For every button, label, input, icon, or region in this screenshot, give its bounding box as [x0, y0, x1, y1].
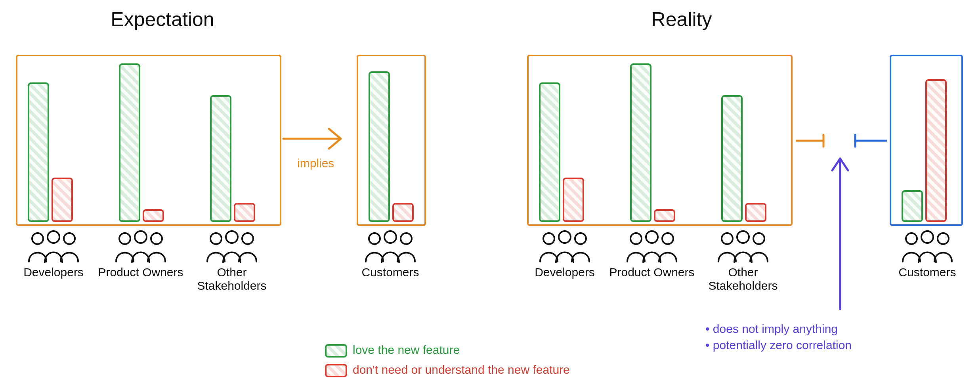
- svg-point-17: [662, 233, 673, 244]
- svg-point-5: [151, 233, 162, 244]
- svg-point-18: [722, 233, 733, 244]
- label-os-exp: Other Stakeholders: [190, 266, 273, 293]
- svg-point-3: [119, 233, 130, 244]
- svg-point-23: [938, 233, 949, 244]
- bar-exp-os-dont: [234, 203, 255, 222]
- svg-point-7: [226, 231, 238, 243]
- svg-point-0: [32, 233, 43, 244]
- bar-exp-po-dont: [143, 209, 164, 222]
- people-cust-real-icon: [896, 230, 959, 266]
- annotation-line2: • potentially zero correlation: [705, 337, 852, 354]
- legend-swatch-love-icon: [325, 344, 347, 358]
- svg-point-10: [384, 231, 396, 243]
- bar-real-cust-love: [902, 190, 923, 222]
- svg-point-4: [135, 231, 147, 243]
- legend-swatch-dont-icon: [325, 364, 347, 377]
- people-cust-exp-icon: [359, 230, 422, 266]
- bar-exp-cust-dont: [392, 203, 414, 222]
- frame-expectation-right: [357, 55, 426, 226]
- svg-point-12: [543, 233, 554, 244]
- bar-exp-os-love: [210, 95, 231, 222]
- label-cust-real: Customers: [890, 266, 965, 279]
- arrow-annotation-icon: [824, 151, 856, 317]
- label-cust-exp: Customers: [353, 266, 428, 279]
- annotation-line1: • does not imply anything: [705, 321, 852, 337]
- label-developers-exp: Developers: [16, 266, 91, 279]
- bar-real-developers-dont: [563, 178, 584, 222]
- title-expectation: Expectation: [83, 8, 242, 31]
- people-po-real-icon: [620, 230, 684, 266]
- diagram-root: Expectation implies Developers Product O…: [0, 0, 980, 392]
- label-po-real: Product Owners: [604, 266, 699, 279]
- svg-point-9: [369, 233, 380, 244]
- legend-dont: don't need or understand the new feature: [353, 363, 570, 377]
- people-os-real-icon: [711, 230, 775, 266]
- people-po-exp-icon: [109, 230, 172, 266]
- svg-point-14: [575, 233, 586, 244]
- svg-point-11: [401, 233, 412, 244]
- bar-real-po-love: [630, 63, 651, 222]
- svg-point-15: [630, 233, 642, 244]
- bar-real-os-love: [721, 95, 743, 222]
- label-os-real: Other Stakeholders: [701, 266, 785, 293]
- svg-point-8: [242, 233, 253, 244]
- svg-point-1: [48, 231, 59, 243]
- annotation-reality: • does not imply anything • potentially …: [705, 321, 852, 353]
- people-developers-real-icon: [533, 230, 596, 266]
- svg-point-2: [64, 233, 75, 244]
- label-implies: implies: [297, 157, 334, 170]
- people-developers-exp-icon: [22, 230, 85, 266]
- bar-real-po-dont: [654, 209, 675, 222]
- legend-love: love the new feature: [353, 343, 460, 357]
- label-developers-real: Developers: [527, 266, 602, 279]
- svg-point-20: [753, 233, 764, 244]
- bar-real-developers-love: [539, 82, 560, 222]
- bar-exp-po-love: [119, 63, 140, 222]
- svg-point-16: [646, 231, 658, 243]
- bar-real-os-dont: [745, 203, 766, 222]
- svg-point-6: [210, 233, 222, 244]
- label-po-exp: Product Owners: [93, 266, 188, 279]
- svg-point-21: [906, 233, 917, 244]
- bar-exp-developers-dont: [52, 178, 73, 222]
- title-reality: Reality: [622, 8, 741, 31]
- bar-exp-developers-love: [28, 82, 49, 222]
- svg-point-19: [737, 231, 749, 243]
- people-os-exp-icon: [200, 230, 264, 266]
- bar-real-cust-dont: [925, 79, 947, 222]
- svg-point-13: [559, 231, 571, 243]
- bar-exp-cust-love: [369, 71, 390, 222]
- svg-point-22: [921, 231, 933, 243]
